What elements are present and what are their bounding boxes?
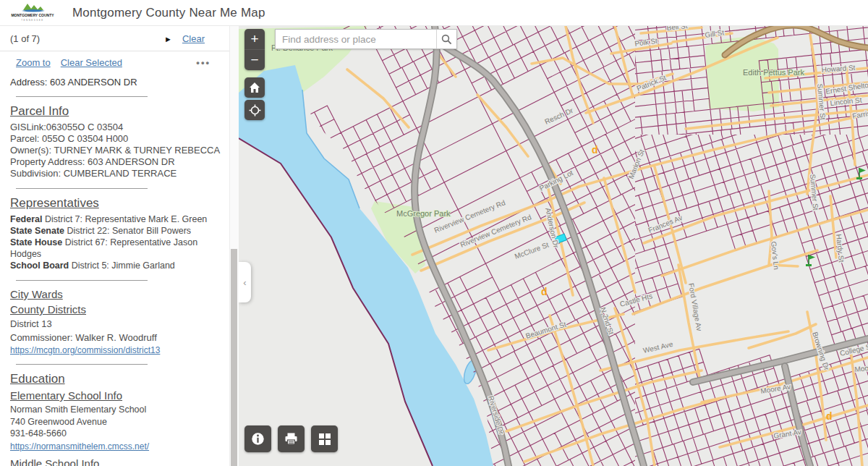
parcel-info-line: Subdivision: CUMBERLAND TERRACE <box>10 168 224 179</box>
basemap-grid-icon <box>318 433 331 446</box>
district-link[interactable]: https://mcgtn.org/commission/district13 <box>10 345 160 355</box>
locate-button[interactable] <box>244 100 265 120</box>
poi-marker-icon[interactable]: d <box>541 286 548 297</box>
zoom-in-button[interactable]: + <box>244 29 265 49</box>
parcel-info-line: Owner(s): TURNEY MARK & TURNEY REBECCA <box>10 145 224 156</box>
divider <box>16 364 148 365</box>
divider <box>16 96 148 97</box>
representatives-heading: Representatives <box>10 196 224 211</box>
search-input[interactable] <box>276 30 436 48</box>
logo-org-text: MONTGOMERY COUNTY <box>11 13 54 17</box>
representative-line: State Senate District 22: Senator Bill P… <box>10 225 224 237</box>
parcel-info-heading: Parcel Info <box>10 104 224 119</box>
selected-address: Address: 603 ANDERSON DR <box>10 77 224 88</box>
elementary-line: 931-648-5660 <box>10 428 224 440</box>
zoom-to-link[interactable]: Zoom to <box>16 57 51 68</box>
zoom-control: + − <box>244 29 265 70</box>
representatives-lines: Federal District 7: Representative Mark … <box>10 213 224 271</box>
elementary-heading: Elementary School Info <box>10 389 224 402</box>
elementary-link[interactable]: https://normansmithelem.cmcss.net/ <box>10 441 149 452</box>
divider <box>16 280 148 281</box>
parcel-info-lines: GISLink:063055O C 03504Parcel: 055O C 03… <box>10 122 224 179</box>
montgomery-county-logo-icon: MONTGOMERY COUNTY TENNESSEE <box>9 2 56 24</box>
middle-heading: Middle School Info <box>10 457 224 466</box>
print-button[interactable] <box>278 425 305 452</box>
sidebar-scrollbar-thumb[interactable] <box>231 249 237 466</box>
education-heading: Education <box>10 372 224 386</box>
parcel-info-line: GISLink:063055O C 03504 <box>10 122 224 133</box>
locate-icon <box>249 104 261 116</box>
elementary-line: 740 Greenwood Avenue <box>10 416 224 428</box>
poi-marker-icon[interactable]: d <box>826 410 833 422</box>
parcel-info-line: Parcel: 055O C 03504 H000 <box>10 133 224 145</box>
divider <box>0 51 233 51</box>
poi-marker-icon[interactable]: d <box>592 144 598 156</box>
city-wards-heading: City Wards <box>10 288 224 300</box>
clear-selected-link[interactable]: Clear Selected <box>61 57 122 68</box>
more-options-icon[interactable]: ••• <box>196 57 210 68</box>
info-icon <box>251 432 265 446</box>
map-canvas[interactable]: ddd Ft. Defiance ParkMcGregor ParkEdith … <box>239 26 868 466</box>
representative-line: Federal District 7: Representative Mark … <box>10 213 224 225</box>
representative-line: School Board District 5: Jimmie Garland <box>10 260 224 271</box>
logo-trees <box>23 4 43 10</box>
divider <box>16 188 148 189</box>
sidebar-collapse-tab[interactable]: ‹ <box>239 262 251 302</box>
clear-link[interactable]: Clear <box>182 33 205 44</box>
chevron-left-icon: ‹ <box>243 277 246 288</box>
basemap-gallery-button[interactable] <box>311 425 338 452</box>
info-button[interactable] <box>244 425 271 452</box>
commissioner-name: Commissioner: Walker R. Woodruff <box>10 332 224 344</box>
result-pager: (1 of 7) <box>10 33 40 44</box>
next-result-icon[interactable]: ► <box>164 35 172 43</box>
elementary-lines: Norman Smith Elementary School740 Greenw… <box>10 404 224 440</box>
results-panel: (1 of 7) ► Clear Zoom to Clear Selected … <box>0 26 239 466</box>
county-districts-heading: County Districts <box>10 303 224 315</box>
sidebar-scrollbar-track[interactable] <box>229 26 239 466</box>
zoom-out-button[interactable]: − <box>244 50 265 70</box>
elementary-line: Norman Smith Elementary School <box>10 404 224 416</box>
search-button[interactable] <box>436 30 456 48</box>
home-button[interactable] <box>244 77 265 98</box>
district-number: District 13 <box>10 318 224 330</box>
print-icon <box>284 432 298 446</box>
representative-line: State House District 67: Representative … <box>10 237 224 260</box>
parcel-info-line: Property Address: 603 ANDERSON DR <box>10 156 224 168</box>
app-header: MONTGOMERY COUNTY TENNESSEE Montgomery C… <box>0 0 868 26</box>
map-graphics: ddd Ft. Defiance ParkMcGregor ParkEdith … <box>239 26 868 466</box>
home-icon <box>249 82 260 93</box>
search-icon <box>441 34 452 45</box>
page-title: Montgomery County Near Me Map <box>72 6 265 20</box>
address-search <box>275 29 457 49</box>
logo-sub-text: TENNESSEE <box>21 19 44 22</box>
